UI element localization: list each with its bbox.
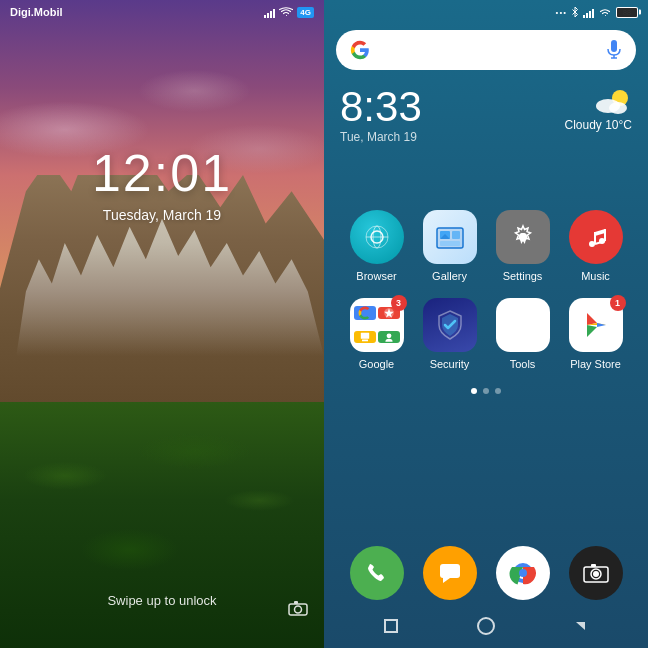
app-browser[interactable]: Browser — [344, 210, 409, 282]
security-icon — [435, 309, 465, 341]
lte-badge: 4G — [297, 7, 314, 18]
app-gallery-label: Gallery — [432, 270, 467, 282]
back-nav-button[interactable] — [569, 614, 593, 638]
bottom-dock — [324, 536, 648, 608]
weather-temp: Cloudy 10°C — [564, 118, 632, 132]
app-security-label: Security — [430, 358, 470, 370]
app-music[interactable]: Music — [563, 210, 628, 282]
dot-2[interactable] — [483, 388, 489, 394]
svg-point-1 — [295, 606, 302, 613]
home-nav-button[interactable] — [474, 614, 498, 638]
battery-level: 88 — [617, 8, 637, 17]
home-status-bar: ••• 8 — [324, 0, 648, 24]
dock-phone[interactable] — [350, 546, 404, 600]
svg-point-45 — [593, 571, 599, 577]
browser-icon — [360, 220, 394, 254]
app-gallery[interactable]: Gallery — [417, 210, 482, 282]
signal-icon — [264, 6, 275, 18]
app-music-label: Music — [581, 270, 610, 282]
svg-rect-18 — [452, 231, 460, 239]
svg-marker-34 — [587, 313, 597, 325]
home-status-icons: ••• 8 — [556, 6, 638, 18]
svg-rect-46 — [591, 564, 596, 567]
dot-3[interactable] — [495, 388, 501, 394]
google-logo — [350, 40, 370, 60]
app-security[interactable]: Security — [417, 298, 482, 370]
camera-icon[interactable] — [288, 600, 308, 616]
svg-point-22 — [519, 233, 527, 241]
home-signal-icon — [583, 6, 594, 18]
lock-time-widget: 12:01 Tuesday, March 19 — [0, 143, 324, 223]
page-dots — [324, 388, 648, 394]
battery-icon: 88 — [616, 7, 638, 18]
app-settings[interactable]: Settings — [490, 210, 555, 282]
svg-rect-2 — [294, 601, 298, 604]
google-badge: 3 — [391, 295, 407, 311]
chrome-icon — [507, 557, 539, 589]
svg-marker-39 — [443, 578, 450, 583]
dot-1[interactable] — [471, 388, 477, 394]
swipe-hint[interactable]: Swipe up to unlock — [0, 593, 324, 608]
carrier-text: Digi.Mobil — [10, 6, 63, 18]
recents-icon — [384, 619, 398, 633]
playstore-icon — [579, 308, 613, 342]
bluetooth-icon — [571, 6, 579, 18]
lock-time-display: 12:01 — [0, 143, 324, 203]
svg-rect-5 — [611, 40, 617, 52]
app-google-label: Google — [359, 358, 394, 370]
svg-rect-30 — [360, 333, 368, 339]
lock-status-bar: Digi.Mobil 4G — [0, 0, 324, 24]
app-browser-label: Browser — [356, 270, 396, 282]
weather-icon — [592, 86, 632, 116]
app-tools[interactable]: Tools — [490, 298, 555, 370]
weather-widget: Cloudy 10°C — [564, 86, 632, 132]
app-tools-label: Tools — [510, 358, 536, 370]
back-icon — [576, 622, 585, 630]
home-icon — [477, 617, 495, 635]
svg-marker-28 — [595, 229, 605, 236]
home-clock: 8:33 Tue, March 19 — [340, 86, 422, 144]
svg-rect-31 — [362, 339, 368, 341]
svg-point-10 — [609, 102, 627, 114]
svg-point-42 — [519, 569, 527, 577]
lock-screen: Digi.Mobil 4G 12:01 Tuesday, March 19 Sw… — [0, 0, 324, 648]
dock-camera[interactable] — [569, 546, 623, 600]
svg-rect-19 — [440, 241, 460, 246]
app-google[interactable]: 3 Google — [344, 298, 409, 370]
svg-rect-38 — [440, 564, 460, 578]
home-time-widget: 8:33 Tue, March 19 Cloudy 10°C — [324, 76, 648, 150]
app-grid: Browser Gallery — [324, 150, 648, 380]
settings-icon — [508, 222, 538, 252]
svg-point-32 — [386, 333, 391, 338]
svg-marker-37 — [597, 323, 606, 327]
recents-nav-button[interactable] — [379, 614, 403, 638]
mic-icon[interactable] — [606, 40, 622, 60]
home-date-display: Tue, March 19 — [340, 130, 422, 144]
app-settings-label: Settings — [503, 270, 543, 282]
phone-icon — [364, 560, 390, 586]
home-screen: ••• 8 — [324, 0, 648, 648]
home-time-display: 8:33 — [340, 86, 422, 128]
app-playstore-label: Play Store — [570, 358, 621, 370]
music-icon — [581, 222, 611, 252]
gallery-icon — [433, 220, 467, 254]
messages-icon — [437, 560, 463, 586]
home-wifi-icon — [598, 7, 612, 17]
svg-marker-36 — [587, 325, 597, 337]
camera-dock-icon — [583, 562, 609, 584]
dock-messages[interactable] — [423, 546, 477, 600]
wifi-icon — [279, 7, 293, 17]
dock-chrome[interactable] — [496, 546, 550, 600]
lock-date-display: Tuesday, March 19 — [0, 207, 324, 223]
lock-status-icons: 4G — [264, 6, 314, 18]
search-bar[interactable] — [336, 30, 636, 70]
lock-valley-texture — [0, 402, 324, 648]
playstore-badge: 1 — [610, 295, 626, 311]
nav-bar — [324, 608, 648, 644]
app-playstore[interactable]: 1 Play Store — [563, 298, 628, 370]
